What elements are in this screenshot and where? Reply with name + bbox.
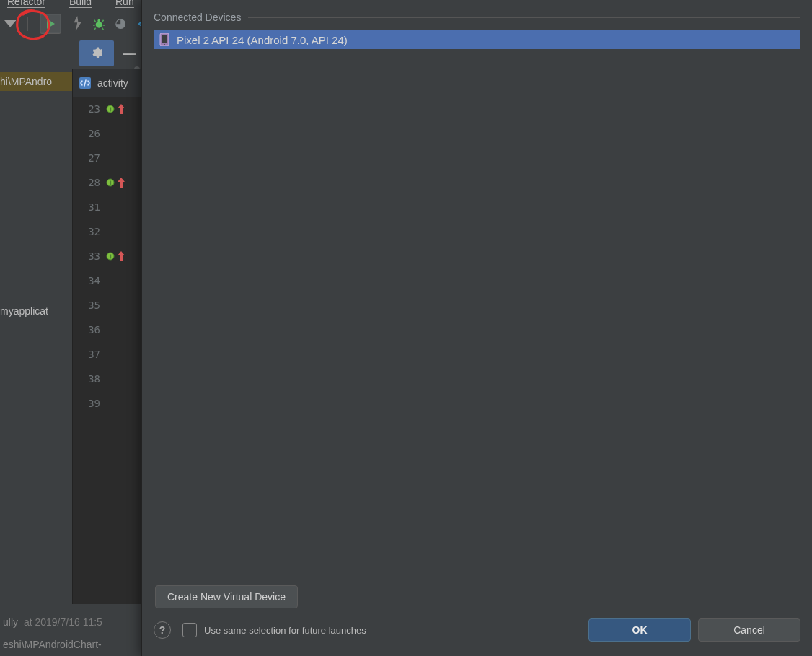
svg-point-13 (164, 44, 165, 45)
remember-selection-checkbox[interactable]: Use same selection for future launches (182, 623, 581, 637)
cancel-button[interactable]: Cancel (698, 618, 800, 642)
svg-text:I: I (110, 253, 111, 260)
device-list[interactable]: Pixel 2 API 24 (Android 7.0, API 24) (154, 30, 800, 580)
gutter-row[interactable]: 33 I (73, 244, 142, 268)
run-button[interactable] (40, 14, 61, 34)
status-time: at 2019/7/16 11:5 (21, 616, 102, 628)
dialog-footer: ? Use same selection for future launches… (154, 613, 800, 647)
gutter-row[interactable]: 28 I (73, 170, 142, 195)
toolbar (0, 10, 153, 38)
svg-text:I: I (110, 180, 111, 186)
menu-build[interactable]: Build (69, 0, 92, 8)
phone-icon (159, 33, 169, 46)
tab-activity[interactable]: activity (97, 77, 128, 89)
override-up-icon (116, 178, 126, 188)
minimize-icon[interactable]: — (123, 46, 136, 61)
deployment-target-dialog: Connected Devices Pixel 2 API 24 (Androi… (141, 0, 812, 656)
menu-run[interactable]: Run (115, 0, 134, 8)
svg-point-1 (97, 19, 100, 22)
group-title: Connected Devices (154, 12, 248, 23)
toolheader-selected[interactable] (79, 40, 114, 66)
checkbox-icon[interactable] (182, 623, 197, 637)
device-list-item[interactable]: Pixel 2 API 24 (Android 7.0, API 24) (154, 30, 800, 49)
create-virtual-device-button[interactable]: Create New Virtual Device (155, 585, 298, 608)
connected-devices-group: Connected Devices Pixel 2 API 24 (Androi… (154, 10, 800, 610)
svg-point-0 (96, 21, 102, 27)
menu-refactor[interactable]: Refactor (7, 0, 45, 8)
info-marker-icon: I (105, 252, 116, 261)
editor-gutter-area: 23 I 26 27 28 I 31 32 33 I 34 35 36 37 (72, 97, 142, 604)
status-path: eshi\MPAndroidChart- (3, 639, 102, 650)
status-text: ully (3, 616, 18, 628)
apply-changes-icon[interactable] (71, 17, 83, 30)
gutter-row[interactable]: 23 I (73, 97, 142, 121)
project-tool-header: — (0, 40, 141, 66)
gutter: 23 I 26 27 28 I 31 32 33 I 34 35 36 37 (73, 97, 142, 604)
group-divider (248, 17, 800, 18)
debug-icon[interactable] (93, 17, 105, 30)
help-icon[interactable]: ? (154, 621, 171, 639)
app-root: Refactor Build Run (0, 0, 812, 656)
info-marker-icon: I (105, 105, 116, 113)
toolbar-separator (27, 17, 28, 31)
gear-icon (91, 47, 102, 61)
device-label: Pixel 2 API 24 (Android 7.0, API 24) (177, 34, 348, 46)
checkbox-label: Use same selection for future launches (204, 625, 366, 636)
override-up-icon (116, 251, 126, 261)
info-marker-icon: I (105, 178, 116, 187)
chevron-down-icon[interactable] (4, 17, 16, 30)
override-up-icon (116, 104, 126, 114)
svg-rect-12 (162, 35, 167, 43)
xml-file-icon (79, 76, 92, 89)
svg-text:I: I (110, 106, 111, 113)
profile-icon[interactable] (115, 17, 126, 30)
ok-button[interactable]: OK (588, 618, 691, 642)
